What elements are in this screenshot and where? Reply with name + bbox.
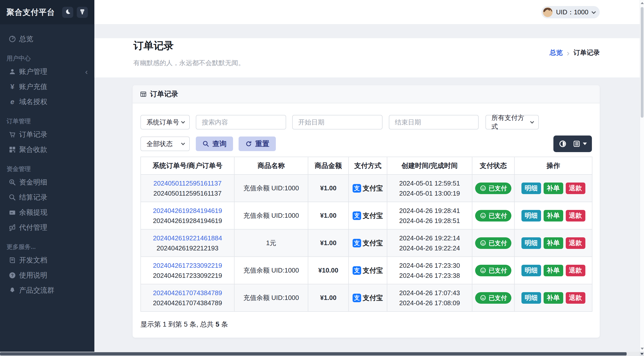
sidebar-item-settlement-records[interactable]: 结算记录 xyxy=(0,190,94,205)
col-header-pay-method: 支付方式 xyxy=(349,157,387,174)
sidebar-item-aggregate-collection[interactable]: 聚合收款 xyxy=(0,142,94,157)
sidebar-item-dev-docs[interactable]: 开发文档 xyxy=(0,253,94,268)
refund-button[interactable]: 退款 xyxy=(566,183,585,194)
refund-button[interactable]: 退款 xyxy=(566,292,585,304)
actions-cell: 明细补单退款 xyxy=(514,229,592,257)
sidebar-item-account-recharge[interactable]: ¥ 账户充值 xyxy=(0,79,94,94)
chevron-down-icon xyxy=(181,141,185,145)
status-label: 已支付 xyxy=(489,239,507,247)
globe-e-icon: e xyxy=(8,98,17,106)
supplement-button[interactable]: 补单 xyxy=(544,210,563,221)
scroll-up-arrow-icon[interactable] xyxy=(641,2,644,4)
vertical-scrollbar[interactable] xyxy=(640,0,644,352)
sidebar-header: 聚合支付平台 xyxy=(0,0,94,24)
refund-button[interactable]: 退款 xyxy=(566,237,585,249)
query-button-label: 查询 xyxy=(212,139,226,149)
refund-button[interactable]: 退款 xyxy=(566,210,585,221)
supplement-button[interactable]: 补单 xyxy=(544,292,563,304)
sys-order-link[interactable]: 2024050112595161137 xyxy=(141,178,234,188)
start-date-input[interactable] xyxy=(293,115,382,129)
supplement-button[interactable]: 补单 xyxy=(544,183,563,194)
table-row: 20240426172330922192024042617233092219 充… xyxy=(141,257,592,284)
sidebar-item-order-records[interactable]: 订单记录 xyxy=(0,127,94,142)
sidebar-item-label: 账户管理 xyxy=(19,67,47,76)
sys-order-link[interactable]: 2024042619284194619 xyxy=(141,206,234,216)
pay-method-cell: 支支付宝 xyxy=(349,284,387,312)
money-transfer-icon xyxy=(8,224,17,231)
summary-suffix: 条 xyxy=(219,321,228,328)
summary-total: 5 xyxy=(216,321,219,328)
sys-order-link[interactable]: 2024042617233092219 xyxy=(141,260,234,271)
sys-order-link[interactable]: 2024042617074384789 xyxy=(141,288,234,298)
detail-button[interactable]: 明细 xyxy=(521,183,541,194)
smiley-icon xyxy=(480,240,486,246)
times-cell: 2024-04-26 19:22:142024-04-26 19:22:24 xyxy=(387,229,472,257)
sys-order-link[interactable]: 2024042619221461884 xyxy=(141,233,234,243)
created-time: 2024-04-26 19:28:41 xyxy=(387,206,472,216)
chevron-left-icon: ‹ xyxy=(85,68,88,76)
search-input[interactable] xyxy=(196,115,286,129)
horizontal-scrollbar[interactable] xyxy=(0,352,640,356)
page-title: 订单记录 xyxy=(133,38,600,53)
merchant-order-no: 20240426192212193 xyxy=(141,243,234,253)
detail-button[interactable]: 明细 xyxy=(521,265,541,276)
amount-cell: ¥1.00 xyxy=(308,174,349,202)
sidebar-item-overview[interactable]: 总览 xyxy=(0,31,94,47)
reset-button[interactable]: 重置 xyxy=(239,137,276,151)
sidebar-section-order-management: 订单管理 xyxy=(0,115,94,127)
scrollbar-corner xyxy=(640,352,644,356)
completed-time: 2024-05-01 13:00:19 xyxy=(387,188,472,198)
caret-down-icon xyxy=(583,143,587,145)
moon-icon xyxy=(64,9,71,16)
dark-mode-button[interactable] xyxy=(62,7,73,18)
alipay-icon: 支 xyxy=(353,239,361,247)
table-header-row: 系统订单号/商户订单号 商品名称 商品金额 支付方式 创建时间/完成时间 支付状… xyxy=(141,157,592,174)
merchant-order-no: 2024042619284194619 xyxy=(141,216,234,226)
amount-cell: ¥1.00 xyxy=(308,284,349,312)
col-header-status: 支付状态 xyxy=(472,157,514,174)
vertical-scroll-thumb[interactable] xyxy=(641,7,643,118)
card-header: 订单记录 xyxy=(133,85,600,103)
supplement-button[interactable]: 补单 xyxy=(544,237,563,249)
times-cell: 2024-04-26 19:28:412024-04-26 19:28:51 xyxy=(387,202,472,229)
scroll-down-arrow-icon[interactable] xyxy=(641,348,644,350)
merchant-order-no: 2024042617074384789 xyxy=(141,298,234,308)
search-type-select[interactable]: 系统订单号 xyxy=(140,115,190,129)
chevron-down-icon xyxy=(530,119,534,123)
created-time: 2024-05-01 12:59:51 xyxy=(387,178,472,188)
breadcrumb-arrow-icon: › xyxy=(567,49,570,57)
detail-button[interactable]: 明细 xyxy=(521,210,541,221)
sidebar-item-fund-details[interactable]: $ 资金明细 xyxy=(0,175,94,190)
sidebar-item-account-management[interactable]: 账户管理 ‹ xyxy=(0,64,94,79)
detail-button[interactable]: 明细 xyxy=(521,237,541,249)
breadcrumb: 总览 › 订单记录 xyxy=(550,48,600,57)
theme-button[interactable] xyxy=(77,7,88,18)
breadcrumb-home-link[interactable]: 总览 xyxy=(550,48,563,57)
topbar: UID：1000 xyxy=(94,0,640,24)
product-cell: 充值余额 UID:1000 xyxy=(234,202,308,229)
sidebar-item-usage-instructions[interactable]: ? 使用说明 xyxy=(0,268,94,283)
completed-time: 2024-04-26 19:22:24 xyxy=(387,243,472,253)
app-brand: 聚合支付平台 xyxy=(7,7,59,18)
sidebar-item-balance-withdrawal[interactable]: 余额提现 xyxy=(0,205,94,220)
pay-method-select[interactable]: 所有支付方式 xyxy=(485,115,539,129)
col-header-product: 商品名称 xyxy=(234,157,308,174)
refund-button[interactable]: 退款 xyxy=(566,265,585,276)
query-button[interactable]: 查询 xyxy=(196,137,233,151)
sidebar-item-payout-management[interactable]: 代付管理 xyxy=(0,220,94,235)
supplement-button[interactable]: 补单 xyxy=(544,265,563,276)
end-date-input[interactable] xyxy=(389,115,478,129)
col-header-amount: 商品金额 xyxy=(308,157,349,174)
pay-method-cell: 支支付宝 xyxy=(349,229,387,257)
user-menu[interactable]: UID：1000 xyxy=(541,6,600,18)
col-header-order-no: 系统订单号/商户订单号 xyxy=(141,157,234,174)
merchant-order-no: 2024050112595161137 xyxy=(141,188,234,198)
detail-button[interactable]: 明细 xyxy=(521,292,541,304)
fullscreen-toggle-button[interactable] xyxy=(559,140,567,148)
horizontal-scroll-thumb[interactable] xyxy=(0,352,627,355)
columns-menu-button[interactable] xyxy=(573,140,587,148)
sidebar-item-domain-auth[interactable]: e 域名授权 xyxy=(0,94,94,109)
status-select[interactable]: 全部状态 xyxy=(140,137,190,151)
sidebar-item-product-group[interactable]: 产品交流群 xyxy=(0,283,94,298)
sidebar-item-label: 结算记录 xyxy=(19,193,47,202)
